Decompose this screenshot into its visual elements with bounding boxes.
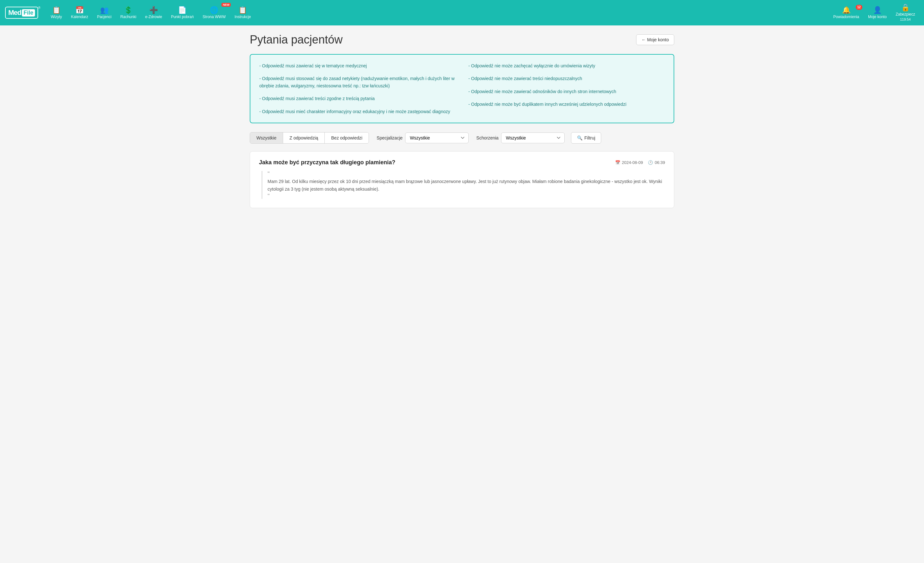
info-right: - Odpowiedź nie może zachęcać wyłącznie … [468,62,665,115]
nav-item-punkt-pobran[interactable]: 📄 Punkt pobrań [167,4,197,22]
user-icon: 👤 [873,7,882,14]
question-date: 📅 2024-08-09 [615,160,643,165]
nav-item-kalendarz[interactable]: 📅 Kalendarz [67,4,92,22]
info-item-8: - Odpowiedź nie może być duplikatem inny… [468,101,665,108]
kalendarz-icon: 📅 [75,7,84,14]
specjalizacje-select[interactable]: Wszystkie [405,132,469,143]
nav-item-pacjenci[interactable]: 👥 Pacjenci [93,4,115,22]
logo-med-text: Med [8,9,21,17]
info-item-2: - Odpowiedź musi stosować się do zasad n… [259,75,456,89]
info-item-4: - Odpowiedź musi mieć charakter informac… [259,108,456,115]
question-header: Jaka może być przyczyna tak długiego pla… [259,159,665,166]
lock-icon: 🔒 [901,4,910,11]
nav-items: 📋 Wizyty 📅 Kalendarz 👥 Pacjenci 💲 Rachun… [47,4,829,22]
pacjenci-icon: 👥 [100,7,109,14]
filter-bez-odpowiedzi[interactable]: Bez odpowiedzi [325,132,369,143]
filter-btn-group: Wszystkie Z odpowiedzią Bez odpowiedzi [250,132,369,144]
nav-item-rachunki[interactable]: 💲 Rachunki [117,4,140,22]
nav-item-wizyty[interactable]: 📋 Wizyty [47,4,66,22]
powiadomienia-badge: 12 [856,5,862,10]
navbar: Med File ® 📋 Wizyty 📅 Kalendarz 👥 Pacjen… [0,0,924,26]
info-box-grid: - Odpowiedź musi zawierać się w tematyce… [259,62,665,115]
specjalizacje-group: Specjalizacje Wszystkie [373,132,469,143]
logo[interactable]: Med File ® [5,7,40,19]
question-time: 🕐 06:39 [648,160,665,165]
nav-item-instrukcje[interactable]: 📋 Instrukcje [231,4,255,22]
info-left: - Odpowiedź musi zawierać się w tematyce… [259,62,456,115]
question-quote: " Mam 29 lat. Od kilku miesięcy przez ok… [267,171,665,199]
main-content: Pytania pacjentów ← Moje konto - Odpowie… [240,26,684,216]
page-header: Pytania pacjentów ← Moje konto [250,33,674,47]
info-box: - Odpowiedź musi zawierać się w tematyce… [250,54,674,123]
schorzenia-label: Schorzenia [476,135,498,140]
question-card: Jaka może być przyczyna tak długiego pla… [250,151,674,208]
schorzenia-select[interactable]: Wszystkie [501,132,565,143]
instrukcje-icon: 📋 [238,7,247,14]
powiadomienia-wrapper: 🔔 Powiadomienia 12 [830,4,863,22]
logo-file-text: File [22,9,35,17]
back-button[interactable]: ← Moje konto [636,34,674,45]
bell-icon: 🔔 [842,7,850,14]
specjalizacje-label: Specjalizacje [376,135,403,140]
nav-right: 🔔 Powiadomienia 12 👤 Moje konto 🔒 Zabezp… [830,2,919,24]
info-item-3: - Odpowiedź musi zawierać treści zgodne … [259,95,456,102]
search-icon: 🔍 [577,135,582,140]
nav-item-strona-www[interactable]: 🌐 Strona WWW [199,4,230,22]
info-item-7: - Odpowiedź nie może zawierać odnośników… [468,88,665,95]
schorzenia-group: Schorzenia Wszystkie [472,132,565,143]
nav-item-zabezpiecz[interactable]: 🔒 Zabezpiecz 119:54 [892,2,919,24]
page-title: Pytania pacjentów [250,33,342,47]
question-title: Jaka może być przyczyna tak długiego pla… [259,159,395,166]
strona-www-icon: 🌐 [210,7,218,14]
info-item-6: - Odpowiedź nie może zawierać treści nie… [468,75,665,82]
nav-item-moje-konto[interactable]: 👤 Moje konto [864,4,891,22]
filter-row: Wszystkie Z odpowiedzią Bez odpowiedzi S… [250,132,674,144]
rachunki-icon: 💲 [124,7,132,14]
filter-wszystkie[interactable]: Wszystkie [250,132,283,143]
open-quote: " [267,171,665,177]
wizyty-icon: 📋 [52,7,61,14]
calendar-icon: 📅 [615,160,620,165]
question-body: " Mam 29 lat. Od kilku miesięcy przez ok… [261,171,665,199]
info-item-1: - Odpowiedź musi zawierać się w tematyce… [259,62,456,69]
close-quote: " [267,193,665,199]
ezdrowie-icon: ➕ [149,7,158,14]
info-item-5: - Odpowiedź nie może zachęcać wyłącznie … [468,62,665,69]
nav-item-strona-www-wrapper: 🌐 Strona WWW NEW [199,4,230,22]
filter-search-button[interactable]: 🔍 Filtruj [571,132,601,144]
nav-item-ezdrowie[interactable]: ➕ e-Zdrowie [141,4,166,22]
logo-registered: ® [38,6,40,9]
new-badge: NEW [222,3,231,7]
question-meta: 📅 2024-08-09 🕐 06:39 [615,160,665,165]
punkt-pobran-icon: 📄 [178,7,186,14]
filter-z-odpowiedzia[interactable]: Z odpowiedzią [283,132,325,143]
clock-icon: 🕐 [648,160,653,165]
